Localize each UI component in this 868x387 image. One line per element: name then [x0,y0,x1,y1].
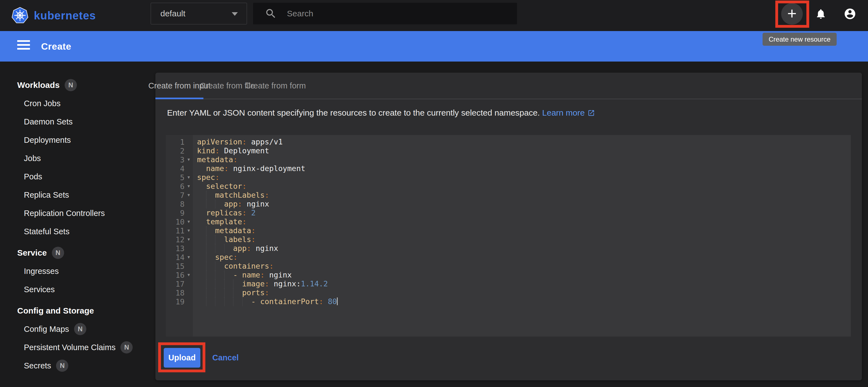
sidebar-item-services[interactable]: Services [0,280,155,298]
gutter-row: 3▾ [166,155,193,164]
code-line[interactable]: - containerPort: 80 [197,297,851,306]
sidebar-item-replica-sets[interactable]: Replica Sets [0,186,155,204]
line-number: 5 [166,173,185,182]
line-number: 2 [166,147,185,155]
create-new-resource-button[interactable]: + [781,3,803,25]
sidebar-item-config-and-storage[interactable]: Config and Storage [0,302,155,320]
description-text: Enter YAML or JSON content specifying th… [167,108,540,117]
fold-arrow-icon[interactable]: ▾ [185,235,193,244]
code-token: replicas [206,208,242,217]
account-button[interactable] [844,7,856,21]
indent-guide [215,288,215,297]
upload-button[interactable]: Upload [164,348,200,367]
code-line[interactable]: template: [197,217,851,226]
code-token: - [251,297,260,306]
code-line[interactable]: name: nginx-deployment [197,164,851,173]
sidebar-item-label: Ingresses [24,267,59,276]
line-number: 15 [166,262,185,271]
code-line[interactable]: ports: [197,288,851,297]
search-input[interactable] [286,9,517,19]
code-line[interactable]: app: nginx [197,244,851,253]
code-line[interactable]: image: nginx:1.14.2 [197,279,851,288]
sidebar-item-secrets[interactable]: SecretsN [0,356,155,375]
code-line[interactable]: spec: [197,253,851,262]
code-line[interactable]: labels: [197,235,851,244]
fold-arrow-icon[interactable]: ▾ [185,271,193,279]
brand[interactable]: kubernetes [11,0,96,31]
code-line[interactable]: matchLabels: [197,191,851,200]
code-line[interactable]: containers: [197,262,851,271]
editor-content[interactable]: apiVersion: apps/v1kind: Deploymentmetad… [193,135,851,337]
code-line[interactable]: selector: [197,182,851,191]
search-bar[interactable] [253,3,517,24]
tab-create-from-input[interactable]: Create from input [155,73,204,99]
fold-arrow-icon[interactable]: ▾ [185,173,193,182]
cancel-button[interactable]: Cancel [212,348,239,367]
code-line[interactable]: spec: [197,173,851,182]
fold-arrow-icon[interactable]: ▾ [185,155,193,164]
sidebar-item-jobs[interactable]: Jobs [0,149,155,168]
fold-arrow-icon[interactable]: ▾ [185,253,193,262]
indent-guide [215,244,215,253]
code-token: nginx: [269,279,301,288]
tab-create-from-form[interactable]: Create from form [251,73,300,99]
code-line[interactable]: app: nginx [197,200,851,208]
fold-arrow-icon[interactable]: ▾ [185,191,193,200]
sidebar-item-config-maps[interactable]: Config MapsN [0,320,155,338]
notifications-button[interactable] [815,8,827,21]
indent-guide [215,200,215,208]
namespace-selector[interactable]: default [151,3,247,24]
sidebar-item-replication-controllers[interactable]: Replication Controllers [0,204,155,222]
code-token: : [242,182,247,190]
line-number: 16 [166,271,185,279]
code-token: : [233,155,238,164]
code-token: name [242,271,260,279]
sidebar-item-ingresses[interactable]: Ingresses [0,262,155,280]
learn-more-link[interactable]: Learn more [542,108,595,117]
code-token: ports [242,288,265,297]
code-line[interactable]: apiVersion: apps/v1 [197,138,851,146]
sidebar-item-label: Stateful Sets [24,227,69,236]
gutter-row: 13 [166,244,193,253]
sidebar-item-stateful-sets[interactable]: Stateful Sets [0,222,155,241]
code-line[interactable]: metadata: [197,226,851,235]
line-number: 3 [166,155,185,164]
sidebar-item-workloads[interactable]: WorkloadsN [0,76,155,94]
code-line[interactable]: replicas: 2 [197,208,851,217]
fold-arrow-icon[interactable]: ▾ [185,226,193,235]
gutter-row: 1 [166,138,193,146]
code-line[interactable]: - name: nginx [197,271,851,279]
code-token: metadata [215,226,251,235]
sidebar-item-deployments[interactable]: Deployments [0,131,155,149]
sidebar-item-persistent-volume-claims[interactable]: Persistent Volume ClaimsN [0,338,155,356]
code-line[interactable]: metadata: [197,155,851,164]
code-token: image [242,279,265,288]
line-number: 1 [166,138,185,146]
yaml-editor[interactable]: 123▾45▾6▾7▾8910▾11▾12▾1314▾1516▾171819 a… [166,135,851,337]
gutter-row: 16▾ [166,271,193,279]
sidebar-item-label: Services [24,285,55,294]
code-line[interactable]: kind: Deployment [197,146,851,155]
fold-arrow-icon[interactable]: ▾ [185,217,193,226]
indent-guide [233,297,234,306]
indent-guide [215,235,215,244]
sidebar-item-daemon-sets[interactable]: Daemon Sets [0,112,155,131]
sidebar-item-label: Replication Controllers [24,209,105,218]
code-token: app [233,244,247,252]
line-number: 11 [166,226,185,235]
line-number: 14 [166,253,185,262]
code-token: : [319,297,323,306]
editor-gutter: 123▾45▾6▾7▾8910▾11▾12▾1314▾1516▾171819 [166,135,193,337]
namespaced-badge: N [52,247,64,259]
menu-button[interactable] [17,40,30,52]
create-card: Create from inputCreate from fileCreate … [155,73,862,380]
tab-create-from-file[interactable]: Create from file [204,73,251,99]
line-number: 17 [166,280,185,288]
fold-arrow-icon[interactable]: ▾ [185,182,193,191]
sidebar-item-label: Deployments [24,136,71,145]
indent-guide [224,244,224,253]
sidebar-item-pods[interactable]: Pods [0,168,155,186]
open-in-new-icon [587,109,595,117]
sidebar-item-cron-jobs[interactable]: Cron Jobs [0,94,155,112]
sidebar-item-service[interactable]: ServiceN [0,244,155,262]
